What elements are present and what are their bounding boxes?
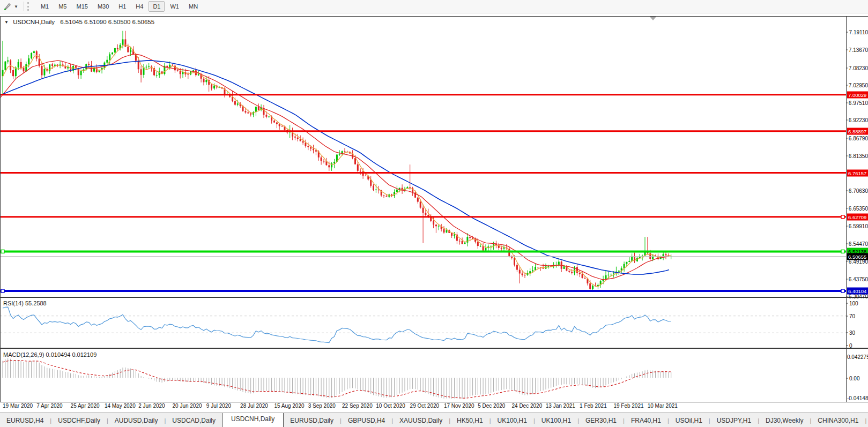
- price-level-badge: 6.62709: [847, 213, 868, 220]
- price-tick-label: 6.86790: [846, 135, 868, 141]
- chart-tab-fra40-h1[interactable]: FRA40,H1: [625, 415, 667, 426]
- price-level-badge: 6.40104: [847, 288, 868, 295]
- chart-frame-top: [0, 16, 868, 17]
- chart-tab-usdchf-daily[interactable]: USDCHF,Daily: [51, 415, 107, 426]
- date-label: 22 Sep 2020: [342, 403, 373, 409]
- date-label: 9 Jul 2020: [206, 403, 231, 409]
- chart-tab-gbpusd-h4[interactable]: GBPUSD,H4: [342, 415, 391, 426]
- chart-tab-usdcad-daily[interactable]: USDCAD,Daily: [166, 415, 222, 426]
- price-tick-label: 7.19110: [846, 29, 868, 35]
- date-label: 29 Oct 2020: [410, 403, 439, 409]
- rsi-panel-divider[interactable]: [0, 297, 868, 298]
- price-tick-label: 6.59910: [846, 223, 868, 229]
- chart-ohlc-values: 6.51045 6.51090 6.50500 6.50655: [60, 19, 154, 25]
- price-tick-label: 6.92230: [846, 117, 868, 123]
- price-tick-label: 6.70630: [846, 188, 868, 194]
- chart-title-marker-icon: ▼: [4, 20, 9, 25]
- date-label: 13 Jan 2021: [546, 403, 575, 409]
- symbol-tabbar: EURUSD,H4|USDCHF,Daily|AUDUSD,Daily|USDC…: [0, 413, 868, 427]
- macd-scale-label: 0.00: [846, 375, 868, 381]
- date-label: 17 Nov 2020: [444, 403, 474, 409]
- price-tick-label: 7.02950: [846, 82, 868, 88]
- chart-frame-bottom: [0, 402, 868, 402]
- chart-tab-eurusd-daily[interactable]: EURUSD,Daily: [284, 415, 340, 426]
- chart-tab-usoil-h1[interactable]: USOil,H1: [669, 415, 709, 426]
- chart-tab-usdcnh-daily[interactable]: USDCNH,Daily: [222, 413, 284, 427]
- price-tick-label: 6.54470: [846, 241, 868, 247]
- chart-tab-audusd-daily[interactable]: AUDUSD,Daily: [108, 415, 165, 426]
- rsi-scale-label: 30: [846, 330, 868, 336]
- chart-tab-uk100-h1[interactable]: UK100,H1: [491, 415, 533, 426]
- symbol-tabs: EURUSD,H4|USDCHF,Daily|AUDUSD,Daily|USDC…: [0, 413, 868, 427]
- chart-tab-xauusd-daily[interactable]: XAUUSD,Daily: [393, 415, 449, 426]
- date-label: 28 Jul 2020: [240, 403, 268, 409]
- chart-tab-dj30-weekly[interactable]: DJ30,Weekly: [759, 415, 810, 426]
- chart-tab-ger30-h1[interactable]: GER30,H1: [579, 415, 623, 426]
- date-label: 1 Feb 2021: [580, 403, 607, 409]
- price-tick-label: 6.81350: [846, 153, 868, 159]
- date-label: 10 Mar 2021: [648, 403, 678, 409]
- macd-scale-label: -0.04148: [846, 395, 868, 401]
- date-label: 14 May 2020: [105, 403, 136, 409]
- chart-tab-china300-h1[interactable]: CHINA300,H1: [811, 415, 865, 426]
- chart-frame-left: [0, 16, 1, 402]
- chart-title: ▼ USDCNH,Daily 6.51045 6.51090 6.50500 6…: [4, 19, 154, 25]
- macd-label: MACD(12,26,9) 0.010494 0.012109: [3, 351, 97, 358]
- macd-scale-label: 0.042275: [846, 354, 868, 359]
- price-tick-label: 6.43750: [846, 276, 868, 282]
- price-level-badge: 6.88897: [847, 128, 868, 134]
- rsi-scale-label: 0: [846, 343, 868, 349]
- macd-panel-divider[interactable]: [0, 348, 868, 349]
- price-level-badge: 7.00029: [847, 91, 868, 98]
- chart-tab-hk50-h1[interactable]: HK50,H1: [450, 415, 489, 426]
- price-tick-label: 6.65350: [846, 205, 868, 211]
- date-label: 5 Dec 2020: [478, 403, 505, 409]
- date-label: 3 Sep 2020: [308, 403, 336, 409]
- rsi-label: RSI(14) 55.2588: [3, 300, 47, 306]
- date-label: 19 Mar 2020: [3, 403, 33, 409]
- price-tick-label: 7.13670: [846, 47, 868, 53]
- price-tick-label: 7.08230: [846, 65, 868, 71]
- chart-tab-uk100-h1[interactable]: UK100,H1: [535, 415, 577, 426]
- chart-tab-eurusd-h4[interactable]: EURUSD,H4: [0, 415, 50, 426]
- date-label: 2 Jun 2020: [138, 403, 165, 409]
- mt4-window: ▼ M1M5M15M30H1H4D1W1MN ▼ USDCNH,Daily 6.…: [0, 0, 868, 427]
- date-label: 24 Dec 2020: [512, 403, 543, 409]
- rsi-scale-label: 70: [846, 313, 868, 319]
- chart-symbol-label: USDCNH,Daily: [13, 19, 55, 25]
- date-label: 25 Apr 2020: [71, 403, 100, 409]
- date-label: 20 Jun 2020: [173, 403, 202, 409]
- date-label: 7 Apr 2020: [36, 403, 62, 409]
- date-label: 15 Aug 2020: [274, 403, 304, 409]
- rsi-scale-label: 100: [846, 301, 868, 306]
- chart-canvas[interactable]: [0, 0, 868, 427]
- date-label: 10 Oct 2020: [376, 403, 405, 409]
- chart-tab-usdjpy-h1[interactable]: USDJPY,H1: [710, 415, 758, 426]
- price-level-badge: 6.76157: [847, 169, 868, 176]
- price-tick-label: 6.97510: [846, 100, 868, 106]
- price-level-badge: 6.50655: [847, 253, 868, 260]
- date-label: 19 Feb 2021: [613, 403, 643, 409]
